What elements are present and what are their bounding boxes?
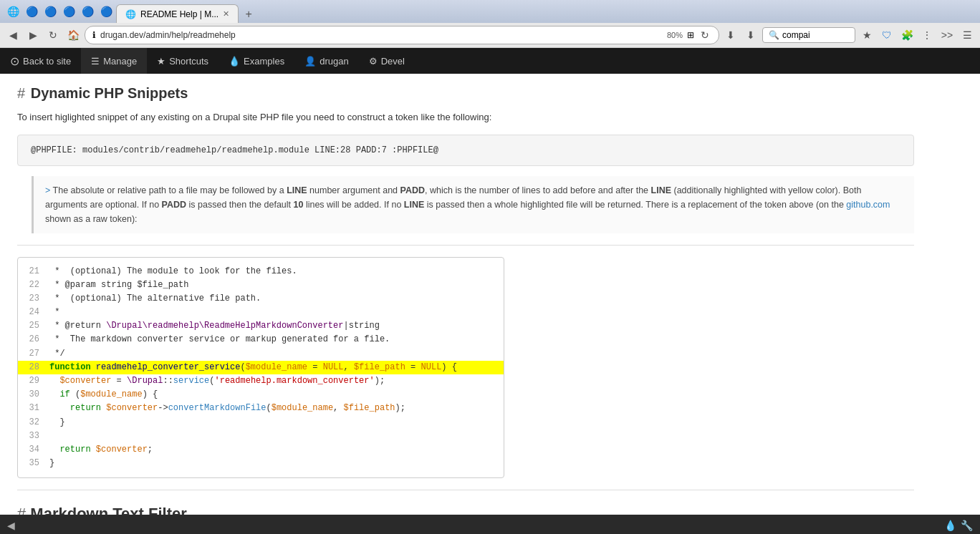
manage-label: Manage [103, 56, 137, 67]
code-line: 32 } [18, 416, 504, 429]
shield-icon[interactable]: 🛡 [878, 26, 895, 44]
line-code: * @param string $file_path [47, 278, 188, 292]
devel-label: Devel [381, 56, 405, 67]
status-arrow-left[interactable]: ◀ [7, 520, 15, 531]
browser-btn-5[interactable]: 🔵 [97, 3, 115, 20]
puzzle-icon[interactable]: 🧩 [898, 26, 916, 44]
line-number: 24 [18, 306, 47, 319]
address-text: drugan.dev/admin/help/readmehelp [100, 30, 663, 40]
star-icon[interactable]: ★ [858, 26, 875, 44]
back-btn[interactable]: ◀ [4, 26, 21, 44]
desc-text-7: is passed then a whole highlighted file … [424, 200, 846, 210]
code-line: 25 * @return \Drupal\readmehelp\ReadmeHe… [18, 319, 504, 333]
heading-hash: # [17, 85, 29, 101]
devel-btn[interactable]: ⚙ Devel [359, 48, 415, 74]
back-to-site-label: Back to site [23, 56, 71, 67]
line-code: * (optional) The alternative file path. [47, 292, 261, 306]
line-code: * (optional) The module to look for the … [47, 265, 297, 278]
more-btn[interactable]: >> [938, 26, 956, 44]
download-icon[interactable]: ⬇ [722, 26, 739, 44]
code-line: 35} [18, 457, 504, 470]
shortcuts-label: Shortcuts [169, 56, 208, 67]
address-info-icon: ℹ [92, 30, 96, 40]
line-number: 32 [18, 416, 47, 429]
line-number: 28 [18, 361, 47, 374]
line-code: } [47, 457, 54, 470]
tab-favicon: 🌐 [125, 9, 136, 19]
back-to-site-icon: ⊙ [10, 54, 19, 68]
desc-LINE3: LINE [404, 200, 424, 210]
browser-btn-2[interactable]: 🔵 [42, 3, 59, 20]
back-to-site-btn[interactable]: ⊙ Back to site [0, 48, 81, 74]
browser-btn-1[interactable]: 🔵 [23, 3, 40, 20]
shortcuts-btn[interactable]: ★ Shortcuts [147, 48, 218, 74]
line-number: 21 [18, 265, 47, 278]
browser-tabs: 🌐 🔵 🔵 🔵 🔵 🔵 🌐 README Help | M... ✕ + [4, 3, 976, 23]
desc-text-1: The absolute or relative path to a file … [53, 185, 287, 195]
line-number: 23 [18, 292, 47, 306]
code-line: 22 * @param string $file_path [18, 278, 504, 292]
github-link[interactable]: github.com [846, 200, 890, 210]
examples-label: Examples [244, 56, 284, 67]
address-bar[interactable]: ℹ drugan.dev/admin/help/readmehelp 80% ⊞… [85, 26, 719, 44]
page-content: # Dynamic PHP Snippets To insert higligh… [0, 74, 931, 515]
token-code-text: @PHPFILE: modules/contrib/readmehelp/rea… [31, 145, 438, 155]
refresh-btn[interactable]: ↻ [44, 26, 62, 44]
line-code: return $converter; [47, 443, 153, 457]
drugan-btn[interactable]: 👤 drugan [294, 48, 358, 74]
heading2-hash: # [17, 505, 30, 515]
desc-LINE: LINE [287, 185, 307, 195]
new-tab-btn[interactable]: + [240, 6, 257, 23]
code-line: 27 */ [18, 347, 504, 361]
status-right: 💧 🔧 [944, 520, 973, 531]
status-bar: ◀ 💧 🔧 [0, 515, 980, 534]
line-code: } [47, 416, 65, 429]
browser-globe-btn[interactable]: 🌐 [4, 3, 21, 20]
code-line: 33 [18, 429, 504, 443]
code-line: 21 * (optional) The module to look for t… [18, 265, 504, 278]
search-bar: 🔍 compai [762, 27, 855, 43]
browser-nav-bar: ◀ ▶ ↻ 🏠 ℹ drugan.dev/admin/help/readmehe… [0, 23, 980, 48]
line-number: 34 [18, 443, 47, 457]
horizontal-rule-2 [17, 490, 914, 490]
download-btn-2[interactable]: ⬇ [742, 26, 759, 44]
manage-icon: ☰ [91, 56, 100, 67]
line-code: * [47, 306, 59, 319]
examples-btn[interactable]: 💧 Examples [218, 48, 294, 74]
reload-btn[interactable]: ↻ [698, 29, 711, 42]
code-line: 28function readmehelp_converter_service(… [18, 361, 504, 374]
description-arrow: > [45, 185, 53, 195]
line-number: 29 [18, 374, 47, 388]
line-number: 33 [18, 429, 47, 443]
examples-icon: 💧 [229, 56, 240, 67]
drugan-icon: 👤 [304, 56, 316, 67]
search-icon: 🔍 [769, 30, 779, 40]
desc-text-8: shown as a raw token): [45, 214, 138, 224]
home-btn[interactable]: 🏠 [64, 26, 82, 44]
wrench-icon[interactable]: 🔧 [961, 520, 973, 531]
token-code-box: @PHPFILE: modules/contrib/readmehelp/rea… [17, 135, 914, 166]
browser-btn-3[interactable]: 🔵 [60, 3, 77, 20]
browser-btn-4[interactable]: 🔵 [79, 3, 96, 20]
manage-btn[interactable]: ☰ Manage [81, 48, 147, 74]
line-number: 30 [18, 388, 47, 402]
active-tab[interactable]: 🌐 README Help | M... ✕ [116, 4, 239, 23]
line-number: 35 [18, 457, 47, 470]
browser-chrome: 🌐 🔵 🔵 🔵 🔵 🔵 🌐 README Help | M... ✕ + [0, 0, 980, 23]
code-line: 23 * (optional) The alternative file pat… [18, 292, 504, 306]
search-value[interactable]: compai [782, 30, 810, 40]
tab-close-btn[interactable]: ✕ [223, 9, 229, 19]
code-line: 26 * The markdown converter service or m… [18, 333, 504, 346]
forward-btn[interactable]: ▶ [24, 26, 42, 44]
line-code: */ [47, 347, 65, 361]
line-number: 26 [18, 333, 47, 346]
horizontal-rule [17, 245, 914, 246]
devel-icon: ⚙ [369, 56, 378, 67]
line-code: function readmehelp_converter_service($m… [47, 361, 457, 374]
zoom-icon: ⊞ [687, 30, 694, 40]
hamburger-menu[interactable]: ☰ [959, 26, 976, 44]
line-code: * @return \Drupal\readmehelp\ReadmeHelpM… [47, 319, 380, 333]
menu-dots-icon[interactable]: ⋮ [918, 26, 936, 44]
desc-text-2: number argument and [307, 185, 400, 195]
drugan-label: drugan [320, 56, 348, 67]
